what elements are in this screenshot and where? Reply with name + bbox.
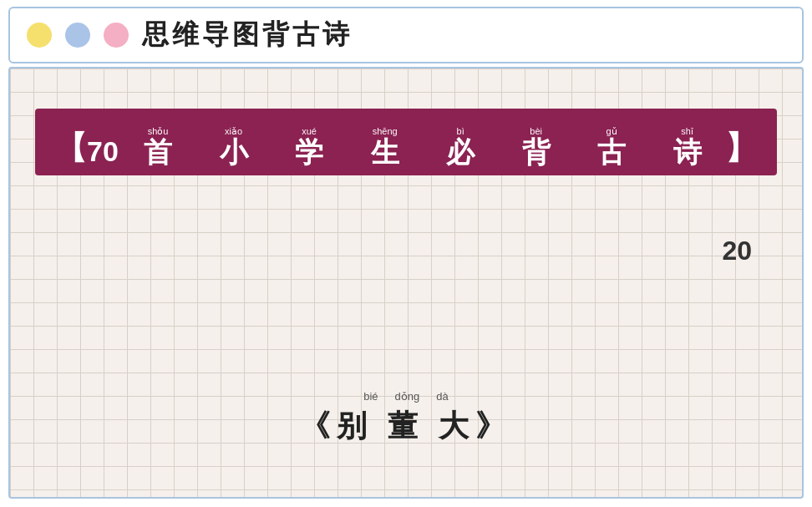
header: 思维导图背古诗 xyxy=(8,7,804,63)
char-xiao: xiǎo 小 xyxy=(195,126,272,167)
main-content: 【 70 shǒu 首 xiǎo 小 xué 学 xyxy=(8,67,804,499)
poem-section: bié dǒng dà 《别 董 大》 xyxy=(10,390,802,447)
poem-pinyin-bie: bié xyxy=(363,390,378,403)
dot-pink xyxy=(104,23,129,48)
bracket-close: 】 xyxy=(725,132,757,167)
number-badge: 20 xyxy=(722,236,752,266)
poem-pinyin-da: dà xyxy=(436,390,448,403)
char-shi: shī 诗 xyxy=(649,126,725,167)
char-xue: xué 学 xyxy=(272,126,348,167)
char-sheng: shēng 生 xyxy=(347,126,423,167)
bracket-open: 【 xyxy=(55,132,87,167)
banner-chars: shǒu 首 xiǎo 小 xué 学 shēng 生 xyxy=(120,126,725,167)
dot-yellow xyxy=(27,23,52,48)
banner-number: 70 xyxy=(87,137,119,167)
app-container: 思维导图背古诗 【 70 shǒu 首 xiǎo 小 xué xyxy=(0,0,812,507)
poem-title: 《别 董 大》 xyxy=(300,406,512,447)
header-title: 思维导图背古诗 xyxy=(142,17,353,53)
char-shou: shǒu 首 xyxy=(120,126,196,167)
char-gu: gǔ 古 xyxy=(574,126,650,167)
poem-pinyin-row: bié dǒng dà xyxy=(363,390,449,403)
poem-pinyin-dong: dǒng xyxy=(395,390,420,403)
banner: 【 70 shǒu 首 xiǎo 小 xué 学 xyxy=(35,109,777,175)
char-bi: bì 必 xyxy=(423,126,499,167)
char-bei: bèi 背 xyxy=(498,126,574,167)
dot-blue xyxy=(65,23,90,48)
